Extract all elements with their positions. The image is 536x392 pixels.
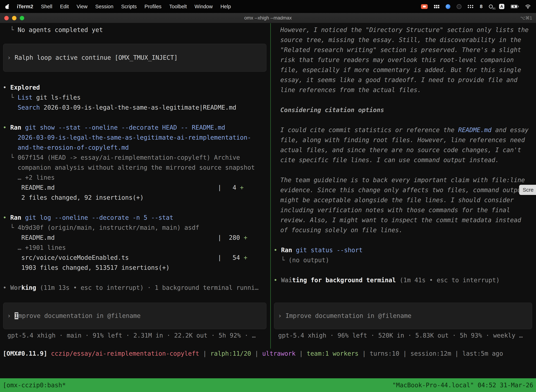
input-placeholder-text: mprove documentation in @filename xyxy=(18,312,140,319)
commit-line: └ 067f154 (HEAD -> essay/ai-reimplementa… xyxy=(3,154,240,161)
wifi-icon[interactable] xyxy=(525,4,531,9)
dark-app-icon[interactable] xyxy=(457,4,461,9)
blank-line xyxy=(274,265,534,275)
git-status-command: git status --short xyxy=(296,247,362,254)
omx-version: [OMX#0.11.9] xyxy=(3,350,51,357)
line-ran-git-show: • Ran git show --stat --oneline --decora… xyxy=(3,123,268,133)
line-log-out3: 1903 files changed, 513517 insertions(+) xyxy=(3,263,268,273)
bullet-icon: • xyxy=(274,247,281,254)
git-show-command: git show --stat --oneline --decorate HEA… xyxy=(25,124,225,131)
input-line[interactable]: › Improve documentation in @filename xyxy=(7,311,262,321)
gauge-label: .61 xyxy=(492,7,496,10)
window-title-bar: omx --xhigh --madmax ⌥⌘1 xyxy=(0,13,536,23)
apple-menu-icon[interactable] xyxy=(5,4,10,9)
spinner-shimmer: Wai xyxy=(281,277,292,284)
command-wrap: and-the-erosion-of-copyleft.md xyxy=(3,144,129,151)
zoom-button[interactable] xyxy=(20,16,24,20)
tmux-hostname-clock: "MacBook-Pro-44.local" 04:52 31-Mar-26 xyxy=(392,382,533,389)
menu-item-iterm2[interactable]: iTerm2 xyxy=(17,4,33,9)
prompt-chevron: › xyxy=(278,312,285,319)
menu-item-view[interactable]: View xyxy=(77,4,87,9)
line-working-status: • Working (11m 13s • esc to interrupt) ·… xyxy=(3,283,268,293)
verb-ran: Ran xyxy=(10,124,25,131)
separator: | xyxy=(399,350,411,357)
battery-body xyxy=(511,5,518,9)
verb-ran: Ran xyxy=(10,214,25,221)
input-placeholder-text: Improve documentation in @filename xyxy=(285,312,411,319)
recording-dot xyxy=(423,6,426,7)
line-log-out2: … +1901 lines xyxy=(3,243,268,253)
menu-item-shell[interactable]: Shell xyxy=(41,4,53,9)
screen-recording-icon[interactable] xyxy=(421,4,428,9)
working-label: king xyxy=(21,284,36,291)
line-explored-search: Search 2026-03-09-is-legal-the-same-as-l… xyxy=(3,103,268,112)
verb-list: List xyxy=(18,94,32,101)
battery-icon[interactable] xyxy=(511,5,519,9)
diffstat-summary: 1903 files changed, 513517 insertions(+) xyxy=(3,264,170,271)
git-log-command: git log --oneline --decorate -n 5 --stat xyxy=(25,214,173,221)
menu-item-help[interactable]: Help xyxy=(220,4,231,9)
input-source-icon[interactable]: A xyxy=(499,4,504,9)
search-args: 2026-03-09-is-legal-the-same-as-legitima… xyxy=(40,104,236,111)
omx-status-bar: [OMX#0.11.9] cczip/essay/ai-reimplementa… xyxy=(0,349,536,359)
line-show-wrap2: and-the-erosion-of-copyleft.md xyxy=(3,143,268,153)
left-pane: └ No agents completed yet › Ralph loop a… xyxy=(0,23,270,349)
menu-item-window[interactable]: Window xyxy=(195,4,213,9)
working-timer: (11m 13s • esc to interrupt) xyxy=(36,284,144,291)
ralph-inject-banner: › Ralph loop active continue [OMX_TMUX_I… xyxy=(3,44,266,72)
left-model-status-line: gpt-5.4 xhigh · main · 91% left · 2.31M … xyxy=(3,331,268,341)
screen-share-overlay[interactable]: Scre xyxy=(519,185,536,195)
branch-glyph: └ xyxy=(3,94,18,101)
ultrawork-mode: ultrawork xyxy=(262,350,296,357)
waiting-timer: (1m 41s • esc to interrupt) xyxy=(396,277,500,284)
menu-item-session[interactable]: Session xyxy=(95,4,113,9)
thinking-heading: Considering citation options xyxy=(274,105,534,115)
gauge-icon[interactable]: .61 xyxy=(489,5,493,9)
right-prompt-input[interactable]: › Improve documentation in @filename xyxy=(274,303,532,329)
verb-search: Search xyxy=(18,104,40,111)
line-log-stat1: README.md | 280 + xyxy=(3,233,268,243)
prompt-chevron: › xyxy=(7,54,14,61)
stats-digit-icon[interactable]: 8 xyxy=(480,4,483,9)
menu-item-toolbelt[interactable]: Toolbelt xyxy=(169,4,187,9)
line-explored: • Explored xyxy=(3,83,268,93)
window-shortcut-badge: ⌥⌘1 xyxy=(520,15,536,21)
line-show-out2: companion analysis without altering the … xyxy=(3,163,268,173)
window-title: omx --xhigh --madmax xyxy=(244,15,292,21)
menu-item-edit[interactable]: Edit xyxy=(60,4,69,9)
more-lines-ellipsis: … +1901 lines xyxy=(3,244,66,251)
line-ran-git-status: • Ran git status --short xyxy=(274,245,534,255)
line-show-out3: … +2 lines xyxy=(3,173,268,183)
separator: | xyxy=(296,350,307,357)
left-prompt-input[interactable]: › Improve documentation in @filename xyxy=(3,303,266,329)
blank-line xyxy=(3,273,268,283)
commit-line-wrap: companion analysis without altering the … xyxy=(3,164,255,171)
command-wrap: 2026-03-09-is-legal-the-same-as-legitima… xyxy=(3,134,251,141)
diffstat-plus: + xyxy=(244,234,247,241)
line-show-stat2: 2 files changed, 92 insertions(+) xyxy=(3,193,268,203)
blue-app-icon[interactable] xyxy=(446,4,450,9)
tmux-session-window[interactable]: [omx-cczip0:bash* xyxy=(3,382,66,389)
input-line[interactable]: › Improve documentation in @filename xyxy=(278,311,528,321)
no-output-text: └ (no output) xyxy=(274,257,329,264)
omx-project-path: cczip/essay/ai-reimplementation-copyleft xyxy=(51,350,199,357)
close-button[interactable] xyxy=(4,16,9,20)
readme-link: README.md xyxy=(458,126,492,134)
team-workers: team:1 workers xyxy=(307,350,359,357)
menu-item-scripts[interactable]: Scripts xyxy=(121,4,137,9)
battery-tip xyxy=(518,6,519,7)
line-show-stat1: README.md | 4 + xyxy=(3,183,268,193)
indent xyxy=(3,104,18,111)
dots-grid-icon[interactable] xyxy=(468,5,474,8)
bullet-icon: • xyxy=(3,124,10,131)
menu-item-profiles[interactable]: Profiles xyxy=(144,4,162,9)
keyboard-grid-icon[interactable] xyxy=(434,5,439,8)
menu-bar: iTerm2 Shell Edit View Session Scripts P… xyxy=(0,0,536,13)
right-pane: However, I noticed the "Directory Struct… xyxy=(271,23,536,349)
thinking-paragraph-2: I could cite commit statistics or refere… xyxy=(274,125,530,165)
tmux-status-bar: [omx-cczip0:bash* "MacBook-Pro-44.local"… xyxy=(0,378,536,392)
minimize-button[interactable] xyxy=(12,16,17,20)
line-show-wrap1: 2026-03-09-is-legal-the-same-as-legitima… xyxy=(3,133,268,143)
diffstat-plus: + xyxy=(240,184,244,191)
separator: | xyxy=(451,350,462,357)
